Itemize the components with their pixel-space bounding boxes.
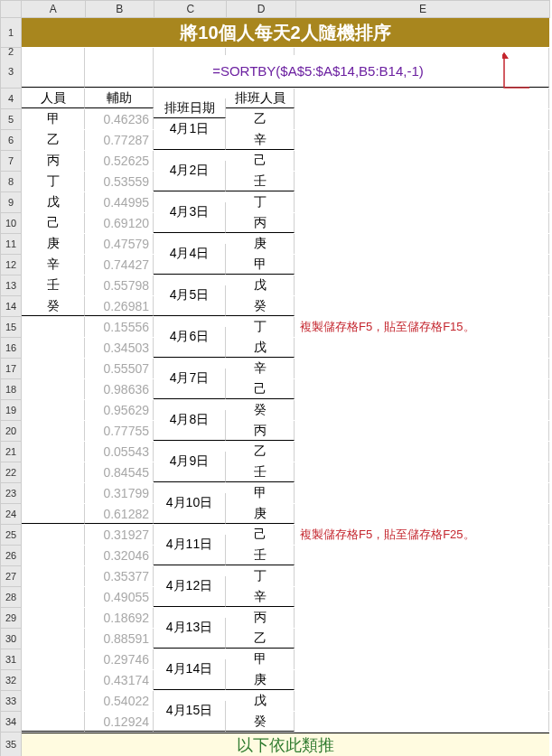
col-header-A[interactable]: A <box>22 1 86 18</box>
cell-A33[interactable] <box>22 691 85 711</box>
cell-D33[interactable]: 戊 <box>226 691 295 711</box>
cell-D14[interactable]: 癸 <box>226 296 295 316</box>
cell-B33[interactable]: 0.54022 <box>85 691 154 711</box>
cell-B6[interactable]: 0.77287 <box>85 130 154 150</box>
cell-A25[interactable] <box>22 525 85 545</box>
cell-D18[interactable]: 己 <box>226 379 295 399</box>
cell-C22[interactable] <box>154 462 226 482</box>
cell-E5[interactable] <box>295 109 549 129</box>
cell-C30[interactable] <box>154 629 226 649</box>
cell-B23[interactable]: 0.31799 <box>85 483 154 503</box>
row-header-16[interactable]: 16 <box>1 338 22 359</box>
cell-D22[interactable]: 壬 <box>226 462 295 482</box>
cell-D32[interactable]: 庚 <box>226 670 295 690</box>
cell-A13[interactable]: 壬 <box>22 275 85 295</box>
cell-E9[interactable] <box>295 192 549 212</box>
cell-A20[interactable] <box>22 421 85 441</box>
cell-B25[interactable]: 0.31927 <box>85 525 154 545</box>
row-header-30[interactable]: 30 <box>1 629 22 649</box>
cell-E33[interactable] <box>295 691 549 711</box>
cell-B14[interactable]: 0.26981 <box>85 296 154 316</box>
cell-D6[interactable]: 辛 <box>226 130 295 150</box>
cell-A11[interactable]: 庚 <box>22 234 85 254</box>
cell-E27[interactable] <box>295 566 549 586</box>
cell-A28[interactable] <box>22 587 85 607</box>
cell-D7[interactable]: 己 <box>226 151 295 171</box>
cell-A14[interactable]: 癸 <box>22 296 85 316</box>
cell-E30[interactable] <box>295 629 549 649</box>
row-header-32[interactable]: 32 <box>1 670 22 691</box>
cell-B9[interactable]: 0.44995 <box>85 192 154 212</box>
cell-A34[interactable] <box>22 712 85 732</box>
row-header-7[interactable]: 7 <box>1 151 22 172</box>
cell-A6[interactable]: 乙 <box>22 130 85 150</box>
cell-D34[interactable]: 癸 <box>226 712 295 732</box>
cell-B34[interactable]: 0.12924 <box>85 712 154 732</box>
row-header-6[interactable]: 6 <box>1 130 22 151</box>
cell-E23[interactable] <box>295 483 549 503</box>
row-header-17[interactable]: 17 <box>1 359 22 379</box>
cell-D8[interactable]: 壬 <box>226 172 295 191</box>
cell-D28[interactable]: 辛 <box>226 587 295 607</box>
row-header-27[interactable]: 27 <box>1 566 22 587</box>
cell-B28[interactable]: 0.49055 <box>85 587 154 607</box>
cell-E19[interactable] <box>295 400 549 420</box>
row-header-18[interactable]: 18 <box>1 379 22 400</box>
cell-B21[interactable]: 0.05543 <box>85 442 154 462</box>
cell-B7[interactable]: 0.52625 <box>85 151 154 171</box>
row-header-1[interactable]: 1 <box>1 18 22 48</box>
cell-A5[interactable]: 甲 <box>22 109 85 129</box>
row-header-9[interactable]: 9 <box>1 192 22 213</box>
cell-A21[interactable] <box>22 442 85 462</box>
cell-D9[interactable]: 丁 <box>226 192 295 212</box>
col-header-D[interactable]: D <box>227 1 295 18</box>
row-header-13[interactable]: 13 <box>1 275 22 296</box>
col-header-C[interactable]: C <box>154 1 227 18</box>
cell-A10[interactable]: 己 <box>22 213 85 233</box>
cell-D27[interactable]: 丁 <box>226 566 295 586</box>
cell-A8[interactable]: 丁 <box>22 172 85 191</box>
cell-A9[interactable]: 戊 <box>22 192 85 212</box>
cell-A27[interactable] <box>22 566 85 586</box>
row-header-28[interactable]: 28 <box>1 587 22 608</box>
cell-E25[interactable]: 複製儲存格F5，貼至儲存格F25。 <box>295 525 549 545</box>
cell-E26[interactable] <box>295 546 549 565</box>
cell-B24[interactable]: 0.61282 <box>85 504 154 524</box>
cell-A23[interactable] <box>22 483 85 503</box>
cell-A7[interactable]: 丙 <box>22 151 85 171</box>
row-header-24[interactable]: 24 <box>1 504 22 525</box>
cell-D16[interactable]: 戊 <box>226 338 295 358</box>
cell-E18[interactable] <box>295 379 549 399</box>
row-header-10[interactable]: 10 <box>1 213 22 234</box>
row-header-3[interactable]: 3 <box>1 55 22 89</box>
cell-E31[interactable] <box>295 649 549 669</box>
cell-E6[interactable] <box>295 130 549 150</box>
cell-B8[interactable]: 0.53559 <box>85 172 154 191</box>
row-header-29[interactable]: 29 <box>1 608 22 629</box>
cell-E8[interactable] <box>295 172 549 191</box>
cell-B32[interactable]: 0.43174 <box>85 670 154 690</box>
row-header-12[interactable]: 12 <box>1 255 22 275</box>
cell-A12[interactable]: 辛 <box>22 255 85 275</box>
row-header-15[interactable]: 15 <box>1 317 22 338</box>
cell-D10[interactable]: 丙 <box>226 213 295 233</box>
cell-D31[interactable]: 甲 <box>226 649 295 669</box>
row-header-31[interactable]: 31 <box>1 649 22 670</box>
cell-A30[interactable] <box>22 629 85 649</box>
cell-B11[interactable]: 0.47579 <box>85 234 154 254</box>
cell-D29[interactable]: 丙 <box>226 608 295 628</box>
cell-D24[interactable]: 庚 <box>226 504 295 524</box>
cell-E13[interactable] <box>295 275 549 295</box>
row-header-23[interactable]: 23 <box>1 483 22 504</box>
cell-D25[interactable]: 己 <box>226 525 295 545</box>
cell-B26[interactable]: 0.32046 <box>85 546 154 565</box>
cell-A31[interactable] <box>22 649 85 669</box>
cell-A29[interactable] <box>22 608 85 628</box>
cell-A22[interactable] <box>22 462 85 482</box>
row-header-33[interactable]: 33 <box>1 691 22 712</box>
cell-C24[interactable] <box>154 504 226 524</box>
cell-B29[interactable]: 0.18692 <box>85 608 154 628</box>
cell-D13[interactable]: 戊 <box>226 275 295 295</box>
cell-E32[interactable] <box>295 670 549 690</box>
cell-A26[interactable] <box>22 546 85 565</box>
